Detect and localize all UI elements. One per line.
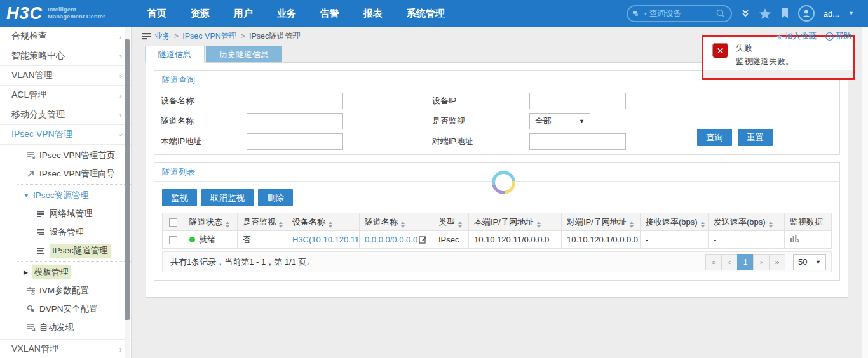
sort-icon[interactable] (701, 222, 705, 228)
nav-report[interactable]: 报表 (363, 8, 383, 20)
sidebar-item-device-mgmt[interactable]: 设备管理 (18, 223, 131, 241)
delete-button[interactable]: 删除 (258, 189, 293, 206)
search-icon[interactable] (715, 8, 726, 18)
device-name-field[interactable] (247, 93, 343, 109)
nav-system[interactable]: 系统管理 (407, 8, 445, 20)
breadcrumb-ipsec-vpn[interactable]: IPsec VPN管理 (182, 31, 236, 42)
page-size-select[interactable]: 50 ▼ (793, 254, 826, 270)
sort-icon[interactable] (401, 222, 405, 228)
device-search-box[interactable]: ▾ (627, 5, 732, 22)
user-name[interactable]: ad... (824, 9, 839, 18)
device-link[interactable]: H3C(10.10.120.11) (292, 235, 360, 244)
monitored-select[interactable]: 全部 ▼ (529, 113, 590, 129)
sort-icon[interactable] (630, 222, 634, 228)
triangle-collapsed-icon: ▶ (24, 269, 28, 275)
row-checkbox[interactable] (169, 236, 177, 244)
peer-ip-field[interactable] (529, 133, 626, 150)
col-device-name[interactable]: 设备名称 (287, 213, 360, 231)
sort-icon[interactable] (279, 222, 283, 228)
nav-alarm[interactable]: 告警 (320, 8, 339, 20)
h3c-logo[interactable]: H3C Intelligent Management Center (6, 5, 105, 22)
tunnel-name-field[interactable] (247, 113, 343, 129)
monitor-button[interactable]: 监视 (162, 189, 197, 206)
sidebar-item-smart-policy[interactable]: 智能策略中心› (0, 46, 131, 66)
sidebar-item-ipsec-home[interactable]: IPsec VPN管理首页 (18, 146, 131, 164)
sidebar-item-auto-discovery[interactable]: 自动发现 (18, 318, 131, 336)
nav-home[interactable]: 首页 (147, 8, 166, 20)
sidebar-item-template-mgmt[interactable]: ▶ 模板管理 (18, 263, 131, 281)
sidebar-item-ipsec-vpn[interactable]: IPsec VPN管理› (0, 125, 131, 145)
breadcrumb-service[interactable]: 业务 (154, 31, 170, 42)
favorites-star-icon[interactable] (759, 8, 771, 20)
sidebar-item-ipsec-wizard[interactable]: IPsec VPN管理向导 (18, 164, 131, 183)
cell-tx-rate: - (709, 231, 785, 249)
local-ip-label: 本端IP地址 (161, 136, 247, 147)
page-scrollbar-track[interactable] (862, 27, 868, 358)
bookmark-icon[interactable] (780, 8, 789, 19)
tab-tunnel-info[interactable]: 隧道信息 (145, 46, 205, 63)
sort-icon[interactable] (329, 222, 332, 228)
prev-page-button[interactable]: ‹ (721, 254, 738, 270)
col-monitored[interactable]: 是否监视 (238, 213, 287, 231)
sort-icon[interactable] (537, 222, 541, 228)
tunnel-name-label: 隧道名称 (161, 116, 247, 127)
col-local-ip[interactable]: 本端IP/子网地址 (469, 213, 562, 231)
col-tunnel-name[interactable]: 隧道名称 (360, 213, 433, 231)
nav-service[interactable]: 业务 (277, 8, 296, 20)
nav-resources[interactable]: 资源 (191, 8, 210, 20)
edit-icon[interactable] (419, 235, 427, 244)
cell-rx-rate: - (641, 231, 709, 249)
search-input[interactable] (649, 9, 713, 18)
monitor-data-chart-icon[interactable] (790, 234, 799, 243)
sidebar-item-ipsec-resource[interactable]: ▼ IPsec资源管理 (18, 186, 131, 204)
sidebar-item-compliance[interactable]: 合规检查› (0, 27, 131, 46)
next-page-button[interactable]: › (753, 254, 770, 270)
sort-icon[interactable] (226, 222, 229, 228)
sort-icon[interactable] (769, 222, 773, 228)
triangle-expanded-icon: ▼ (24, 192, 29, 199)
h3c-logo-subtitle: Intelligent Management Center (48, 6, 105, 20)
top-nav: 首页 资源 用户 业务 告警 报表 系统管理 (147, 8, 445, 20)
search-scope-caret-icon[interactable]: ▾ (644, 11, 647, 17)
sort-icon[interactable] (458, 222, 462, 228)
sidebar-scrollbar-thumb[interactable] (125, 39, 130, 320)
col-rx-rate[interactable]: 接收速率(bps) (641, 213, 709, 231)
sidebar-item-network-domain[interactable]: 网络域管理 (18, 204, 131, 223)
col-tx-rate[interactable]: 发送速率(bps) (709, 213, 785, 231)
current-page-button[interactable]: 1 (737, 254, 754, 270)
sidebar-item-mobile-branch[interactable]: 移动分支管理› (0, 105, 131, 125)
page-action-links: ★加入收藏 ?帮助 (776, 31, 851, 42)
sidebar-item-acl[interactable]: ACL管理› (0, 86, 131, 105)
nav-users[interactable]: 用户 (234, 8, 253, 20)
local-ip-field[interactable] (247, 133, 343, 150)
search-scope-icon[interactable] (633, 10, 642, 17)
sidebar-item-dvpn-security[interactable]: DVPN安全配置 (18, 300, 131, 318)
sidebar-item-ipsec-tunnel-mgmt-selected[interactable]: IPsec隧道管理 (18, 241, 131, 260)
user-menu-caret-icon[interactable]: ▼ (848, 10, 854, 17)
col-type[interactable]: 类型 (433, 213, 469, 231)
last-page-button[interactable]: » (769, 254, 785, 270)
sidebar-scrollbar-track[interactable] (125, 27, 130, 358)
query-button[interactable]: 查询 (697, 129, 732, 146)
col-tunnel-status[interactable]: 隧道状态 (184, 213, 238, 231)
user-avatar[interactable] (798, 5, 815, 22)
sidebar-item-ivm-params[interactable]: IVM参数配置 (18, 281, 131, 300)
add-favorite-link[interactable]: ★加入收藏 (776, 31, 817, 42)
sidebar-item-label: 合规检查 (11, 30, 47, 42)
unmonitor-button[interactable]: 取消监视 (201, 189, 254, 206)
collapse-chevrons-icon[interactable] (741, 9, 750, 18)
cell-type: IPsec (433, 231, 469, 249)
select-all-checkbox[interactable] (169, 218, 177, 227)
device-ip-field[interactable] (529, 93, 626, 109)
breadcrumb-separator: > (174, 32, 179, 41)
tunnel-icon (36, 247, 46, 255)
help-link[interactable]: ?帮助 (825, 31, 851, 42)
tab-history-tunnel-info[interactable]: 历史隧道信息 (206, 46, 282, 63)
reset-button[interactable]: 重置 (738, 129, 773, 146)
tunnel-link[interactable]: 0.0.0.0/0.0.0.0 (365, 235, 417, 244)
first-page-button[interactable]: « (705, 254, 722, 270)
col-peer-ip[interactable]: 对端IP/子网地址 (562, 213, 641, 231)
sidebar-item-vlan[interactable]: VLAN管理› (0, 66, 131, 86)
sidebar-item-vxlan[interactable]: VXLAN管理› (0, 340, 131, 358)
sidebar-item-label: IPsec VPN管理首页 (39, 150, 115, 161)
